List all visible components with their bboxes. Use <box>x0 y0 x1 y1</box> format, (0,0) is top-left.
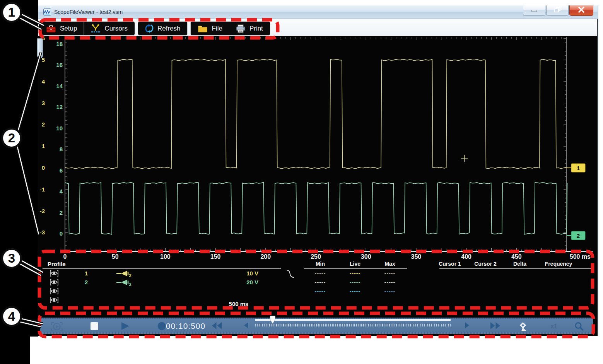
rewind-button[interactable] <box>211 321 222 332</box>
toolbar-button-label: File <box>212 25 222 32</box>
toolbar: SetupCursorsRefreshFilePrint <box>39 21 270 36</box>
toolbar-button-label: Cursors <box>104 25 128 32</box>
printer-icon <box>236 24 246 33</box>
minimize-button[interactable] <box>523 5 545 16</box>
stop-button[interactable] <box>90 321 99 332</box>
setup-button[interactable]: Setup <box>39 22 84 35</box>
layers-button[interactable] <box>518 321 528 333</box>
play-button[interactable] <box>120 321 130 332</box>
step-forward-button[interactable] <box>464 321 470 331</box>
refresh-button[interactable]: Refresh <box>138 22 187 35</box>
print-button[interactable]: Print <box>229 22 270 35</box>
cursors-icon <box>91 24 101 33</box>
callout-1: 1 <box>1 2 22 23</box>
toolbar-button-label: Refresh <box>157 25 181 32</box>
refresh-icon <box>145 24 154 33</box>
playback-toolbar: 00:10:500x1 <box>40 318 593 334</box>
cursors-button[interactable]: Cursors <box>84 22 134 35</box>
left-margin-backdrop <box>0 0 38 337</box>
restore-button[interactable] <box>546 5 569 16</box>
callout-2: 2 <box>1 128 22 149</box>
restore-icon <box>553 7 561 15</box>
app-icon <box>43 9 51 17</box>
folder-icon <box>198 24 208 33</box>
close-icon <box>577 7 586 14</box>
close-button[interactable] <box>569 5 593 16</box>
side-panel-tab[interactable] <box>37 38 43 58</box>
camera-button[interactable] <box>50 321 63 333</box>
position-slider-thumb[interactable] <box>270 315 276 326</box>
title-bar: ScopeFileViewer - test2.vsm <box>38 5 598 19</box>
minimize-icon <box>530 7 538 14</box>
playback-time: 00:10:500 <box>159 321 213 331</box>
zoom-button[interactable] <box>574 321 584 333</box>
app-window <box>38 5 598 336</box>
callout-4: 4 <box>1 306 22 327</box>
file-button[interactable]: File <box>191 22 229 35</box>
toolbox-icon <box>46 24 56 33</box>
toolbar-button-label: Print <box>249 25 263 32</box>
step-back-button[interactable] <box>243 321 249 331</box>
callout-3: 3 <box>1 248 22 269</box>
toolbar-button-label: Setup <box>60 25 77 32</box>
slider-tickmarks <box>255 324 451 326</box>
position-slider-track[interactable] <box>255 319 451 321</box>
fast-forward-button[interactable] <box>490 321 501 332</box>
screenshot-root: ScopeFileViewer - test2.vsm SetupCursors… <box>0 0 603 364</box>
toolbar-group-2: Refresh <box>138 21 188 36</box>
zoom-scale-label: x1 <box>550 323 557 330</box>
toolbar-group-3: FilePrint <box>190 21 270 36</box>
window-controls <box>523 5 593 16</box>
left-margin-backdrop-bottom <box>0 337 30 364</box>
window-title: ScopeFileViewer - test2.vsm <box>54 5 123 19</box>
toolbar-group-1: SetupCursors <box>39 21 135 36</box>
